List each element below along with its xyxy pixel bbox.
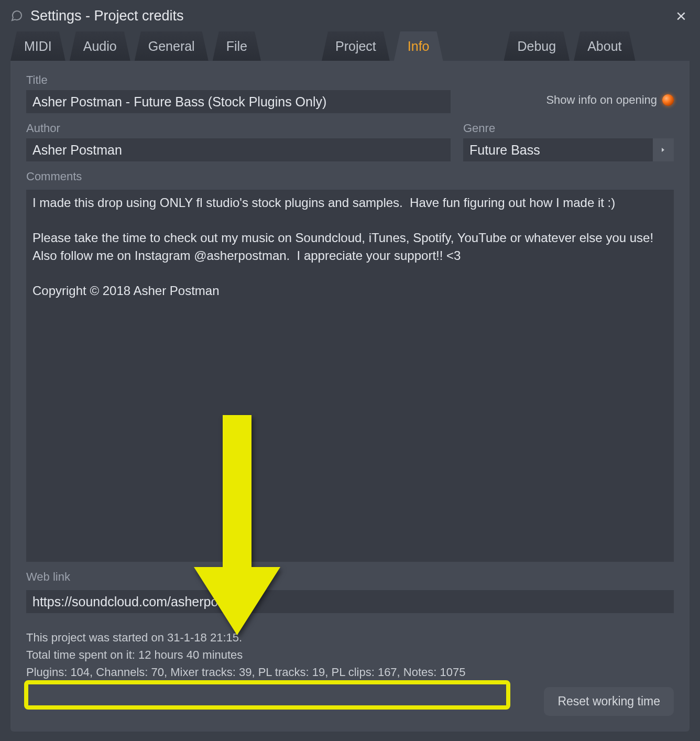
show-info-toggle[interactable]: [662, 94, 674, 106]
weblink-label: Web link: [26, 570, 674, 584]
tab-project[interactable]: Project: [322, 31, 390, 61]
close-icon[interactable]: ×: [672, 7, 691, 25]
reset-working-time-button[interactable]: Reset working time: [544, 687, 674, 716]
project-started-line: This project was started on 31-1-18 21:1…: [26, 629, 674, 646]
project-stats: This project was started on 31-1-18 21:1…: [26, 629, 674, 681]
weblink-input[interactable]: [26, 590, 674, 613]
show-info-label: Show info on opening: [546, 93, 657, 107]
chat-bubble-icon: [9, 8, 24, 23]
genre-dropdown-button[interactable]: [653, 138, 674, 161]
title-input[interactable]: [26, 90, 451, 113]
info-panel: Title Show info on opening Author Genre: [10, 61, 690, 732]
tab-file[interactable]: File: [213, 31, 261, 61]
comments-input[interactable]: [26, 190, 674, 562]
tab-general[interactable]: General: [135, 31, 209, 61]
genre-label: Genre: [463, 122, 674, 135]
author-label: Author: [26, 122, 451, 135]
arrow-annotation: [194, 415, 280, 635]
title-label: Title: [26, 73, 451, 87]
author-input[interactable]: [26, 138, 451, 161]
tab-about[interactable]: About: [574, 31, 635, 61]
comments-label: Comments: [26, 170, 674, 183]
tab-midi[interactable]: MIDI: [10, 31, 65, 61]
genre-input[interactable]: [463, 138, 653, 161]
titlebar: Settings - Project credits ×: [0, 0, 700, 29]
window-title: Settings - Project credits: [30, 8, 672, 24]
chevron-right-icon: [661, 147, 666, 153]
project-time-line: Total time spent on it: 12 hours 40 minu…: [26, 646, 674, 663]
tab-audio[interactable]: Audio: [70, 31, 130, 61]
tab-info[interactable]: Info: [394, 31, 443, 61]
project-counts-line: Plugins: 104, Channels: 70, Mixer tracks…: [26, 663, 674, 681]
tabs-bar: MIDI Audio General File Project Info Deb…: [0, 29, 700, 61]
tab-debug[interactable]: Debug: [504, 31, 570, 61]
